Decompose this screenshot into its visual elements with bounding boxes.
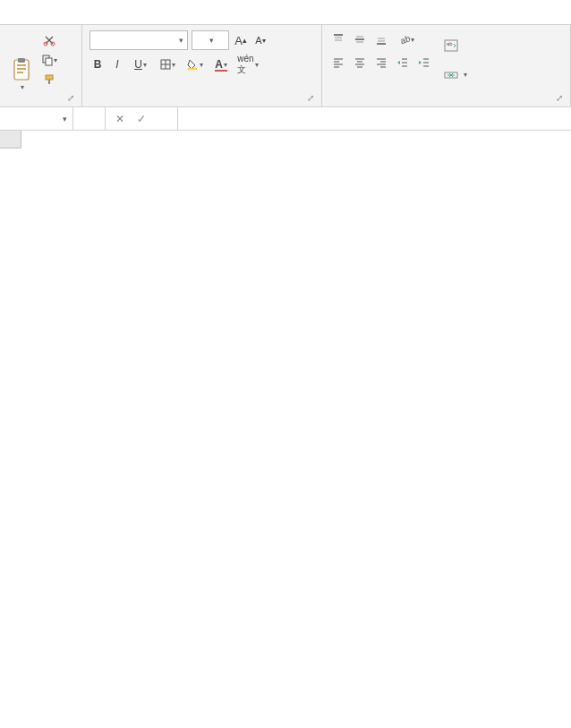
copy-button[interactable]: ▾	[39, 51, 59, 69]
wrap-text-button[interactable]: ab	[444, 36, 467, 55]
format-painter-button[interactable]	[39, 71, 59, 89]
font-color-button[interactable]: A▾	[209, 55, 233, 73]
align-launcher-icon[interactable]: ⤢	[554, 93, 565, 103]
italic-button[interactable]: I	[109, 55, 125, 73]
svg-rect-2	[17, 64, 26, 66]
fill-color-button[interactable]: ▾	[183, 55, 206, 73]
align-middle-button[interactable]	[351, 30, 369, 48]
svg-text:ab: ab	[399, 33, 411, 46]
formula-input[interactable]	[178, 107, 571, 130]
clipboard-icon	[9, 56, 34, 83]
decrease-indent-button[interactable]	[394, 54, 412, 72]
ribbon-group-align: ab▾ ab ▾ ⤢	[322, 25, 571, 106]
confirm-formula-icon[interactable]: ✓	[131, 113, 152, 125]
align-top-button[interactable]	[329, 30, 347, 48]
decrease-font-icon[interactable]: A▾	[252, 31, 268, 49]
svg-rect-8	[46, 58, 52, 65]
svg-rect-10	[48, 80, 50, 84]
align-center-button[interactable]	[351, 54, 369, 72]
bold-button[interactable]: B	[89, 55, 106, 73]
name-box[interactable]: ▾	[0, 107, 73, 130]
cut-button[interactable]	[39, 31, 59, 49]
menu-bar	[0, 0, 571, 25]
align-left-button[interactable]	[329, 54, 347, 72]
orientation-button[interactable]: ab▾	[394, 30, 419, 48]
font-launcher-icon[interactable]: ⤢	[305, 93, 316, 103]
svg-text:ab: ab	[447, 41, 453, 47]
select-all-corner[interactable]	[0, 131, 21, 148]
increase-indent-button[interactable]	[415, 54, 433, 72]
align-bottom-button[interactable]	[372, 30, 390, 48]
svg-rect-4	[17, 72, 23, 73]
svg-rect-14	[188, 68, 197, 70]
formula-bar: ▾ ✕ ✓	[0, 107, 571, 131]
clipboard-launcher-icon[interactable]: ⤢	[65, 93, 76, 103]
underline-button[interactable]: U▾	[129, 55, 152, 73]
font-name-select[interactable]: ▾	[89, 30, 188, 50]
ribbon-group-clipboard: ▾ ▾ ⤢	[0, 25, 82, 106]
merge-center-button[interactable]: ▾	[444, 65, 467, 85]
svg-rect-3	[17, 68, 26, 70]
align-right-button[interactable]	[372, 54, 390, 72]
cancel-formula-icon[interactable]: ✕	[109, 113, 131, 125]
border-button[interactable]: ▾	[156, 55, 179, 73]
svg-rect-1	[18, 58, 25, 63]
increase-font-icon[interactable]: A▴	[233, 31, 249, 49]
font-size-select[interactable]: ▾	[192, 30, 229, 50]
ribbon: ▾ ▾ ⤢ ▾ ▾ A▴ A▾ B I U▾	[0, 25, 571, 107]
phonetic-button[interactable]: wén文▾	[236, 55, 260, 73]
svg-rect-9	[46, 75, 53, 80]
ribbon-group-font: ▾ ▾ A▴ A▾ B I U▾ ▾ ▾ A▾ wén文▾ ⤢	[82, 25, 322, 106]
paste-button[interactable]: ▾	[5, 29, 38, 91]
spreadsheet-grid	[0, 131, 571, 148]
